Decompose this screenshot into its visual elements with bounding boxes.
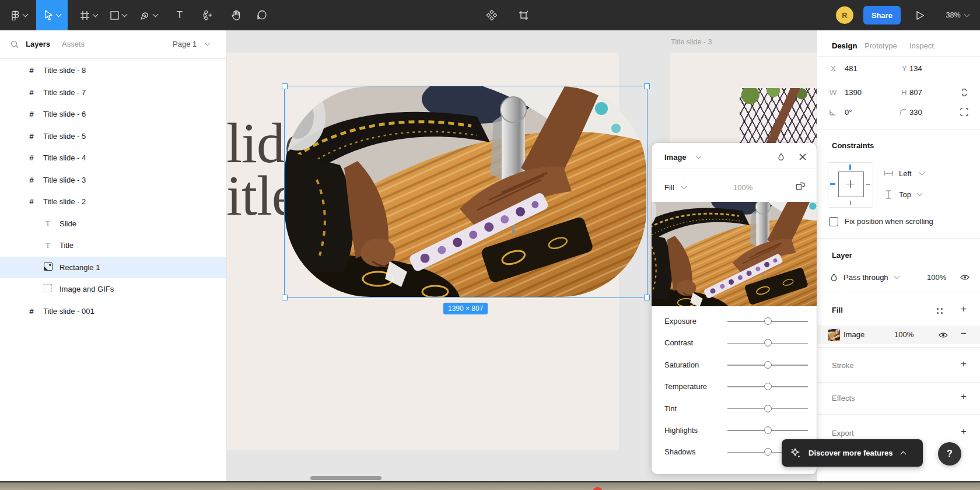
selection-handle-bottom-right[interactable] (644, 295, 650, 300)
comment-tool-button[interactable] (251, 0, 272, 30)
chevron-up-icon[interactable] (900, 452, 906, 457)
tab-assets[interactable]: Assets (62, 40, 85, 48)
slider-knob[interactable] (764, 317, 772, 325)
close-icon[interactable] (799, 153, 806, 160)
fill-section-title: Fill (832, 306, 843, 314)
image-preview[interactable] (652, 202, 817, 306)
tab-prototype[interactable]: Prototype (864, 41, 897, 50)
tab-design[interactable]: Design (832, 41, 857, 50)
text-tool-button[interactable]: T (169, 0, 190, 30)
slider-knob[interactable] (764, 361, 772, 369)
layer-row-title-slide-3[interactable]: #Title slide - 3 (0, 169, 226, 191)
fill-thumbnail[interactable] (828, 328, 841, 341)
image-panel-title[interactable]: Image (664, 153, 687, 162)
slider-knob[interactable] (764, 405, 772, 412)
constraints-title: Constraints (832, 141, 874, 150)
blend-mode-value[interactable]: Pass through (844, 273, 888, 282)
zoom-control[interactable]: 38% (938, 0, 977, 30)
chevron-down-icon[interactable] (917, 191, 923, 197)
add-effect-icon[interactable]: + (961, 391, 967, 402)
rotation-value[interactable]: 0° (845, 108, 852, 117)
x-value[interactable]: 481 (845, 64, 858, 73)
layer-row-title-slide-5[interactable]: #Title slide - 5 (0, 125, 226, 148)
layer-row-title-slide-4[interactable]: #Title slide - 4 (0, 147, 226, 169)
rectangle-icon (110, 11, 119, 20)
slider-knob[interactable] (764, 383, 772, 390)
chevron-down-icon[interactable] (681, 184, 687, 190)
edit-object-button[interactable] (481, 0, 502, 30)
move-tool-button[interactable] (36, 0, 68, 30)
slider-knob[interactable] (764, 448, 772, 456)
fill-type-label[interactable]: Image (844, 330, 864, 339)
slider-knob[interactable] (764, 339, 772, 346)
chevron-down-icon (93, 12, 99, 18)
crop-image-button[interactable] (513, 0, 534, 30)
frame-tool-button[interactable] (75, 0, 103, 30)
layer-name: Title slide - 7 (43, 88, 86, 97)
tab-layers[interactable]: Layers (26, 40, 50, 48)
tab-inspect[interactable]: Inspect (909, 41, 934, 50)
sparkle-icon (790, 447, 802, 459)
share-button[interactable]: Share (863, 6, 901, 24)
page-selector[interactable]: Page 1 (173, 40, 197, 48)
add-export-icon[interactable]: + (961, 426, 967, 438)
chevron-down-icon[interactable] (894, 274, 900, 279)
component-tool-button[interactable] (197, 0, 218, 30)
h-value[interactable]: 807 (909, 88, 922, 97)
slider-knob[interactable] (764, 426, 772, 434)
eye-icon[interactable] (939, 332, 948, 338)
export-section-title: Export (832, 429, 854, 438)
blend-mode-icon[interactable] (830, 273, 838, 282)
fill-opacity-value[interactable]: 100% (894, 330, 914, 339)
figma-app: Title slide - 3 lide itle 1390 × 807 Lay… (0, 0, 980, 490)
frame-icon: # (26, 66, 37, 75)
selection-handle-top-right[interactable] (644, 83, 650, 89)
fix-position-checkbox[interactable] (829, 217, 838, 226)
frame-label-title-slide-3[interactable]: Title slide - 3 (671, 38, 712, 46)
remove-fill-icon[interactable]: − (961, 328, 967, 340)
fill-item-row[interactable]: Image 100% − (817, 326, 980, 344)
rotate-image-icon[interactable] (795, 181, 806, 192)
layer-name: Title slide - 2 (43, 197, 86, 206)
chevron-down-icon[interactable] (696, 153, 702, 159)
layer-opacity-value[interactable]: 100% (927, 273, 946, 282)
image-fill-opacity[interactable]: 100% (733, 183, 752, 192)
chevron-down-icon[interactable] (205, 40, 211, 46)
layer-row-title-slide-2[interactable]: #Title slide - 2 (0, 191, 226, 213)
layer-row-image-and-gifs[interactable]: Image and GIFs (0, 278, 226, 300)
corner-radius-value[interactable]: 330 (909, 108, 922, 117)
help-button[interactable]: ? (938, 442, 961, 466)
layer-row-title-slide-6[interactable]: #Title slide - 6 (0, 103, 226, 125)
constrain-proportions-icon[interactable] (960, 88, 968, 97)
y-value[interactable]: 134 (909, 64, 922, 73)
vertical-constraint-value[interactable]: Top (899, 190, 911, 199)
chevron-down-icon[interactable] (919, 170, 925, 176)
blend-mode-icon[interactable] (778, 153, 785, 161)
w-value[interactable]: 1390 (845, 88, 862, 97)
search-icon[interactable] (10, 40, 19, 48)
eye-icon[interactable] (960, 274, 970, 281)
independent-corners-icon[interactable] (960, 108, 968, 116)
layer-row-rectangle-1[interactable]: Rectangle 1 (0, 257, 226, 279)
add-stroke-icon[interactable]: + (961, 358, 967, 370)
main-menu-button[interactable] (5, 0, 33, 30)
layer-row-slide[interactable]: TSlide (0, 213, 226, 235)
styles-icon[interactable] (936, 307, 944, 315)
horizontal-constraint-value[interactable]: Left (899, 169, 912, 178)
layer-row-title-slide-001[interactable]: #Title slide - 001 (0, 300, 226, 323)
layer-row-title-slide-7[interactable]: #Title slide - 7 (0, 82, 226, 104)
avatar[interactable]: R (836, 6, 853, 24)
layer-row-title-slide-8[interactable]: #Title slide - 8 (0, 60, 226, 82)
shape-tool-button[interactable] (105, 0, 132, 30)
constraints-widget[interactable] (828, 162, 873, 208)
chevron-down-icon (153, 12, 159, 18)
present-button[interactable] (909, 0, 931, 30)
selected-image-rectangle-1[interactable] (285, 86, 646, 297)
discover-more-features-button[interactable]: Discover more features (782, 439, 923, 467)
image-fill-label[interactable]: Fill (664, 183, 674, 192)
add-fill-icon[interactable]: + (961, 303, 967, 315)
layer-row-title[interactable]: TTitle (0, 235, 226, 257)
hand-tool-button[interactable] (225, 0, 246, 30)
horizontal-scrollbar[interactable] (310, 476, 382, 480)
pen-tool-button[interactable] (135, 0, 162, 30)
